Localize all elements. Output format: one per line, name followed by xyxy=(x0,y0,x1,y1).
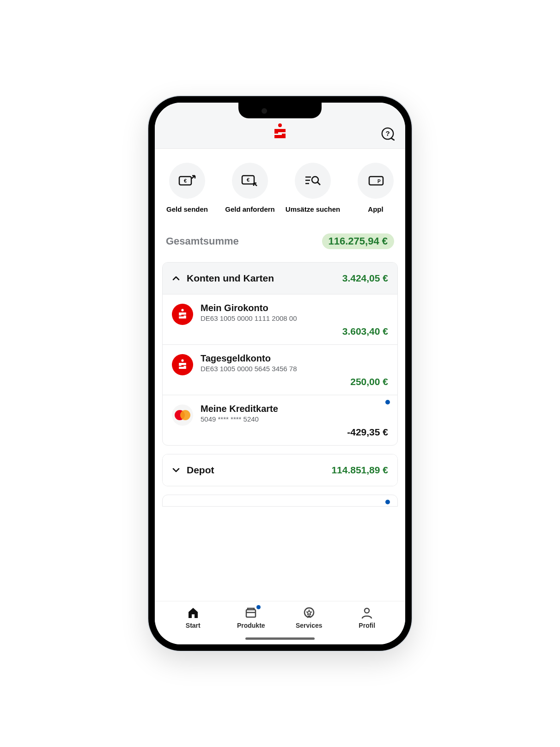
quick-action-request-money[interactable]: € Geld anfordern xyxy=(220,163,280,213)
account-girokonto[interactable]: Mein Girokonto DE63 1005 0000 1111 2008 … xyxy=(163,294,397,344)
main-content: € Geld senden € Geld anfordern xyxy=(155,149,405,601)
nav-start[interactable]: Start xyxy=(172,606,214,629)
request-money-icon: € xyxy=(232,163,268,199)
quick-action-label: Geld anfordern xyxy=(225,205,275,213)
nav-label: Produkte xyxy=(237,622,265,629)
search-icon xyxy=(295,163,331,199)
svg-rect-12 xyxy=(369,177,383,185)
account-number: DE63 1005 0000 1111 2008 00 xyxy=(201,314,388,322)
svg-point-14 xyxy=(181,309,183,311)
account-name: Meine Kreditkarte xyxy=(201,404,388,414)
sparkasse-icon xyxy=(172,304,193,325)
section-partial[interactable] xyxy=(162,495,398,507)
total-label: Gesamtsumme xyxy=(166,235,239,247)
quick-actions-row[interactable]: € Geld senden € Geld anfordern xyxy=(155,149,405,221)
svg-text:€: € xyxy=(247,177,250,183)
section-amount: 3.424,05 € xyxy=(342,273,388,284)
home-icon xyxy=(186,606,200,620)
section-header-accounts[interactable]: Konten und Karten 3.424,05 € xyxy=(163,263,397,294)
quick-action-label: Appl xyxy=(368,205,383,213)
sparkasse-logo-icon xyxy=(271,122,289,141)
svg-point-19 xyxy=(365,608,369,613)
notification-dot xyxy=(256,605,261,609)
quick-action-apple-pay[interactable]: P Appl xyxy=(346,163,405,213)
svg-text:€: € xyxy=(184,178,187,184)
quick-action-send-money[interactable]: € Geld senden xyxy=(158,163,217,213)
nav-label: Profil xyxy=(359,622,375,629)
svg-point-15 xyxy=(181,359,183,361)
sparkasse-icon xyxy=(172,354,193,375)
svg-text:P: P xyxy=(377,179,381,184)
section-depot: Depot 114.851,89 € xyxy=(162,454,398,486)
account-tagesgeld[interactable]: Tagesgeldkonto DE63 1005 0000 5645 3456 … xyxy=(163,344,397,395)
apple-pay-icon: P xyxy=(358,163,394,199)
total-summary: Gesamtsumme 116.275,94 € xyxy=(155,221,405,262)
chevron-up-icon xyxy=(172,274,180,282)
home-indicator[interactable] xyxy=(245,637,315,640)
account-number: DE63 1005 0000 5645 3456 78 xyxy=(201,365,388,373)
section-header-depot[interactable]: Depot 114.851,89 € xyxy=(163,454,397,486)
svg-line-11 xyxy=(317,182,320,185)
section-title: Konten und Karten xyxy=(187,273,274,284)
account-number: 5049 **** **** 5240 xyxy=(201,415,388,423)
account-kreditkarte[interactable]: Meine Kreditkarte 5049 **** **** 5240 -4… xyxy=(163,395,397,445)
svg-text:?: ? xyxy=(385,129,390,137)
quick-action-label: Geld senden xyxy=(166,205,208,213)
quick-action-search-transactions[interactable]: Umsätze suchen xyxy=(283,163,342,213)
quick-action-label: Umsätze suchen xyxy=(286,205,340,213)
account-name: Mein Girokonto xyxy=(201,303,388,313)
section-amount: 114.851,89 € xyxy=(331,465,388,476)
mastercard-icon xyxy=(172,404,193,426)
nav-produkte[interactable]: Produkte xyxy=(230,606,272,629)
svg-point-10 xyxy=(312,177,318,183)
section-accounts-cards: Konten und Karten 3.424,05 € Mein Giroko… xyxy=(162,262,398,446)
account-name: Tagesgeldkonto xyxy=(201,353,388,364)
phone-notch xyxy=(238,103,322,118)
nav-profil[interactable]: Profil xyxy=(346,606,388,629)
nav-label: Start xyxy=(186,622,201,629)
nav-label: Services xyxy=(296,622,323,629)
account-amount: -429,35 € xyxy=(201,427,388,438)
phone-frame: ? € Geld senden xyxy=(148,96,412,651)
section-title: Depot xyxy=(187,465,214,476)
services-icon xyxy=(302,606,316,620)
chevron-down-icon xyxy=(172,466,180,474)
profile-icon xyxy=(360,606,374,620)
products-icon xyxy=(244,606,258,620)
phone-screen: ? € Geld senden xyxy=(155,103,405,644)
svg-rect-16 xyxy=(246,610,256,617)
total-amount[interactable]: 116.275,94 € xyxy=(322,233,394,249)
svg-point-0 xyxy=(278,123,282,127)
account-amount: 3.603,40 € xyxy=(201,326,388,337)
nav-services[interactable]: Services xyxy=(288,606,330,629)
send-money-icon: € xyxy=(169,163,205,199)
notification-dot xyxy=(385,400,390,404)
help-button[interactable]: ? xyxy=(380,126,395,141)
notification-dot xyxy=(385,500,390,504)
account-amount: 250,00 € xyxy=(201,376,388,387)
